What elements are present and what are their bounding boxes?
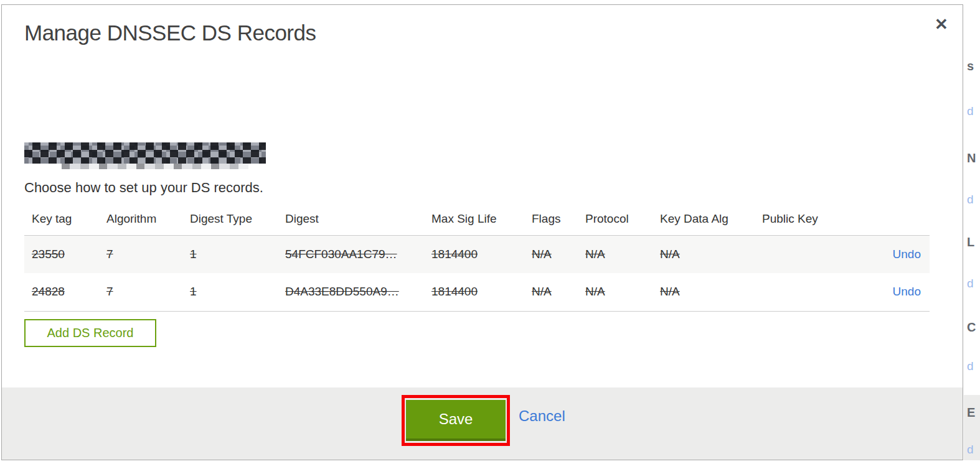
cell-action: Undo: [842, 273, 930, 311]
cell-key-data-alg: N/A: [653, 235, 755, 273]
red-highlight-annotation: Save: [402, 395, 510, 446]
cell-key-tag: 24828: [24, 273, 99, 311]
column-header: Max Sig Life: [424, 203, 524, 235]
background-text-fragment: d: [967, 104, 974, 118]
add-ds-record-button[interactable]: Add DS Record: [24, 319, 156, 347]
cell-digest-type: 1: [182, 235, 278, 273]
background-text-fragment: d: [967, 360, 974, 373]
cell-key-tag: 23550: [24, 235, 99, 273]
cell-protocol: N/A: [578, 273, 653, 311]
cell-algorithm: 7: [99, 273, 182, 311]
background-text-fragment: d: [967, 193, 974, 206]
ds-table-body: 23550 7 1 54FCF030AA1C79… 1814400 N/A N/…: [24, 235, 930, 311]
background-text-fragment: d: [967, 443, 974, 457]
ds-records-table: Key tagAlgorithmDigest TypeDigestMax Sig…: [24, 203, 930, 312]
table-row: 24828 7 1 D4A33E8DD550A9… 1814400 N/A N/…: [24, 273, 930, 311]
close-icon[interactable]: ✕: [931, 14, 952, 35]
redacted-domain-name: [24, 142, 266, 164]
background-text-fragment: E: [967, 406, 975, 420]
column-header: Key tag: [24, 203, 99, 235]
cell-public-key: [755, 235, 842, 273]
background-text-fragment: C: [967, 320, 976, 335]
background-text-fragment: N: [967, 151, 976, 165]
undo-link[interactable]: Undo: [893, 248, 921, 261]
cell-action: Undo: [842, 235, 930, 273]
table-header-row: Key tagAlgorithmDigest TypeDigestMax Sig…: [24, 203, 930, 235]
cell-protocol: N/A: [578, 235, 653, 273]
cell-digest: 54FCF030AA1C79…: [278, 235, 424, 273]
column-header: Digest: [278, 203, 424, 235]
setup-instructions-text: Choose how to set up your DS records.: [24, 180, 263, 196]
undo-link[interactable]: Undo: [893, 285, 921, 298]
column-header: Key Data Alg: [653, 203, 755, 235]
cancel-link[interactable]: Cancel: [519, 407, 565, 425]
cell-algorithm: 7: [99, 235, 182, 273]
cell-flags: N/A: [524, 273, 578, 311]
background-text-fragment: s: [967, 59, 974, 73]
cell-max-sig-life: 1814400: [424, 235, 524, 273]
column-header: Protocol: [578, 203, 653, 235]
cell-public-key: [755, 273, 842, 311]
manage-dnssec-ds-records-dialog: Manage DNSSEC DS Records ✕ Choose how to…: [1, 4, 963, 460]
cell-key-data-alg: N/A: [653, 273, 755, 311]
cell-digest: D4A33E8DD550A9…: [278, 273, 424, 311]
background-text-fragment: d: [967, 277, 974, 290]
background-page-strip: sdNdLdCdEd: [964, 0, 980, 464]
dialog-footer: Save Cancel: [2, 387, 963, 460]
table-row: 23550 7 1 54FCF030AA1C79… 1814400 N/A N/…: [24, 235, 930, 273]
redacted-domain-name-tail: [62, 164, 248, 169]
column-header: [842, 203, 930, 235]
cell-flags: N/A: [524, 235, 578, 273]
column-header: Algorithm: [99, 203, 182, 235]
column-header: Flags: [524, 203, 578, 235]
save-button[interactable]: Save: [406, 400, 506, 441]
dialog-title: Manage DNSSEC DS Records: [24, 21, 316, 45]
background-text-fragment: L: [967, 235, 974, 249]
cell-digest-type: 1: [182, 273, 278, 311]
cell-max-sig-life: 1814400: [424, 273, 524, 311]
column-header: Digest Type: [182, 203, 278, 235]
column-header: Public Key: [755, 203, 842, 235]
